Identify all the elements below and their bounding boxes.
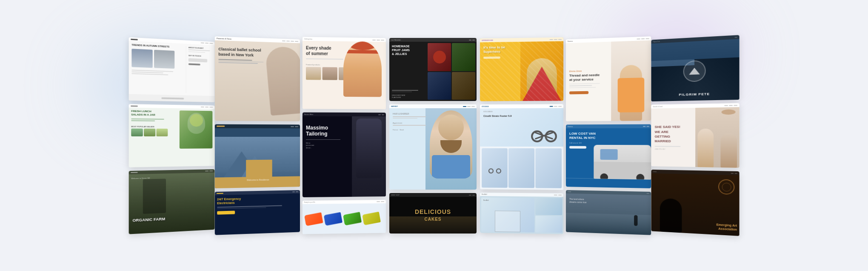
thumb-fashion-blog[interactable]: TRENDS IN AUTUMN STREETS: [129, 37, 215, 102]
thumb-cakes[interactable]: SWEET SHOP DELICIOUSCAKES: [389, 193, 477, 234]
column-7: Pilgrim Pete: [651, 35, 740, 236]
thumb-tailoring[interactable]: Massimo Alfano MassimoTailoring: [303, 112, 386, 197]
column-2: Passions & Tutus Classical ballet school…: [215, 36, 300, 235]
thumb-jams[interactable]: Lou's Marmalade HOMEMADEFRUIT JAMS& JELL…: [389, 38, 477, 101]
thumb-bicycle[interactable]: STIX BIKES STIX BIKES Cinelli Strato Fas…: [480, 104, 563, 190]
thumb-shoes[interactable]: Ready for your 60s: [303, 200, 386, 234]
column-5: SUPERHERO KIDS: [480, 37, 563, 234]
thumb-electricians[interactable]: 24/7 EmergencyElectricians: [215, 190, 300, 235]
thumb-bearded[interactable]: HAIR·BEST: [389, 104, 477, 190]
column-6: Business Emma Jones Thread and needleat …: [566, 36, 651, 235]
thumb-superhero[interactable]: SUPERHERO KIDS: [480, 37, 563, 101]
thumb-van-rental[interactable]: Business: [566, 124, 651, 188]
thumb-ballet[interactable]: Passions & Tutus Classical ballet school…: [215, 36, 300, 121]
column-3: Clothing shop Every shadeof summer: [303, 37, 386, 234]
column-4: Lou's Marmalade HOMEMADEFRUIT JAMS& JELL…: [389, 38, 477, 234]
thumb-wedding[interactable]: Danielle & Jared SHE SAID YES!WE AREGETT…: [651, 103, 740, 168]
thumb-emma[interactable]: Business Emma Jones Thread and needleat …: [566, 36, 651, 121]
thumb-hotel[interactable]: Welcome to Residence: [215, 124, 300, 188]
thumb-pilgrim-pete[interactable]: Pilgrim Pete: [651, 35, 740, 101]
column-1: TRENDS IN AUTUMN STREETS: [129, 37, 215, 234]
thumb-interior[interactable]: Dror Ariel Dror Ariel: [480, 193, 563, 234]
thumbnails-wrapper: TRENDS IN AUTUMN STREETS: [4, 9, 864, 262]
thumb-salads[interactable]: FRESH LUNCHSALADS IN A JAR MOST POPULAR …: [129, 104, 215, 167]
thumb-dreams[interactable]: Travel The land wheredreams come true: [566, 190, 651, 235]
thumb-summer[interactable]: Clothing shop Every shadeof summer: [303, 37, 386, 110]
thumb-organic-farm[interactable]: Welcome to Green Hill ORGANIC FARM: [129, 169, 215, 234]
showcase-container: TRENDS IN AUTUMN STREETS: [0, 0, 868, 271]
thumb-art-association[interactable]: E.A.A.: [651, 170, 740, 236]
